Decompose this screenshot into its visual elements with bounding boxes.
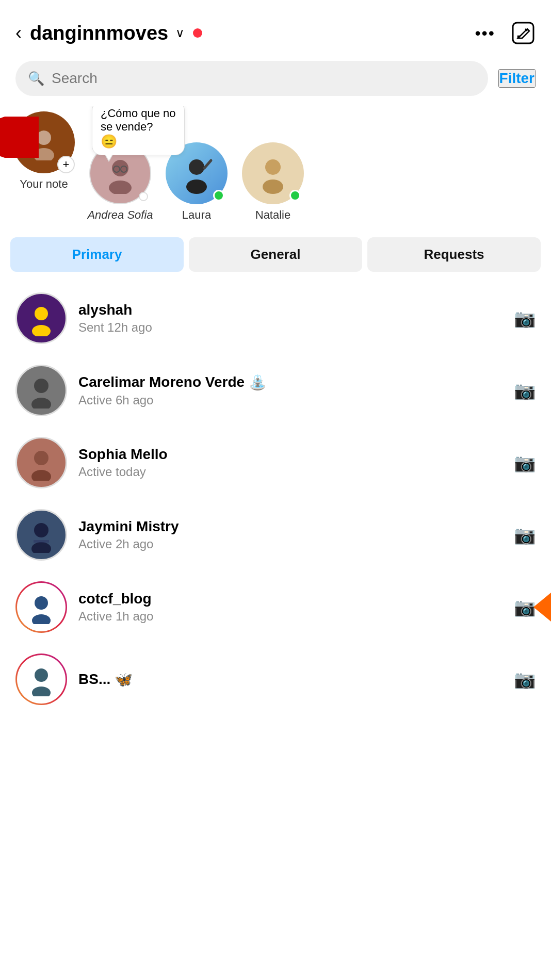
cotcf-info: cotcf_blog Active 1h ago (78, 591, 503, 624)
svg-point-12 (265, 159, 281, 175)
camera-icon-cotcf[interactable]: 📷 (514, 597, 536, 617)
search-bar[interactable]: 🔍 (15, 61, 488, 96)
jaymini-name: Jaymini Mistry (78, 518, 503, 535)
natalie-online-indicator (289, 190, 301, 201)
svg-point-19 (31, 470, 51, 481)
tab-requests[interactable]: Requests (367, 237, 541, 272)
inbox-tabs: Primary General Requests (0, 232, 551, 277)
last-partial-info: BS... 🦋 (78, 671, 503, 688)
story-label-andrea-sofia: Andrea Sofia (87, 208, 153, 222)
camera-icon-sophia[interactable]: 📷 (514, 452, 536, 473)
camera-icon-last[interactable]: 📷 (514, 669, 536, 690)
sophia-name: Sophia Mello (78, 446, 503, 463)
svg-point-15 (32, 325, 51, 336)
carelimar-avatar (15, 365, 67, 416)
svg-point-2 (34, 148, 54, 160)
camera-icon-carelimar[interactable]: 📷 (514, 380, 536, 401)
cotcf-status: Active 1h ago (78, 609, 503, 624)
cotcf-name: cotcf_blog (78, 591, 503, 607)
conversation-item-jaymini[interactable]: Jaymini Mistry Active 2h ago 📷 (0, 499, 551, 571)
story-label-laura: Laura (182, 208, 211, 222)
chevron-down-icon[interactable]: ∨ (175, 26, 185, 40)
svg-point-14 (35, 307, 48, 320)
tab-primary[interactable]: Primary (10, 237, 184, 272)
svg-point-26 (32, 687, 51, 696)
svg-point-1 (37, 130, 51, 145)
story-label-your-note: Your note (20, 177, 68, 191)
conversation-item-cotcf[interactable]: cotcf_blog Active 1h ago 📷 (0, 571, 551, 643)
orange-notification-triangle (533, 593, 551, 622)
last-partial-name: BS... 🦋 (78, 671, 503, 688)
conversation-item-carelimar[interactable]: Carelimar Moreno Verde ⛲ Active 6h ago 📷 (0, 354, 551, 427)
more-options-button[interactable]: ••• (475, 24, 495, 43)
svg-point-20 (34, 523, 48, 537)
svg-line-11 (204, 160, 211, 168)
svg-point-25 (35, 668, 48, 682)
carelimar-info: Carelimar Moreno Verde ⛲ Active 6h ago (78, 374, 503, 407)
back-button[interactable]: ‹ (15, 22, 22, 44)
conversation-list: alyshah Sent 12h ago 📷 Carelimar Moreno … (0, 277, 551, 721)
tab-general[interactable]: General (189, 237, 362, 272)
svg-rect-22 (34, 540, 49, 543)
carelimar-name: Carelimar Moreno Verde ⛲ (78, 374, 503, 391)
conversation-item-last-partial[interactable]: BS... 🦋 📷 (0, 643, 551, 715)
alyshah-avatar (15, 292, 67, 344)
sophia-info: Sophia Mello Active today (78, 446, 503, 479)
page-title: danginnmoves (30, 22, 168, 44)
live-indicator-dot (193, 28, 202, 38)
carelimar-status: Active 6h ago (78, 393, 503, 407)
laura-online-indicator (213, 190, 224, 201)
camera-icon-alyshah[interactable]: 📷 (514, 308, 536, 329)
search-icon: 🔍 (28, 71, 44, 87)
svg-point-17 (31, 398, 51, 409)
compose-button[interactable] (511, 21, 536, 45)
jaymini-status: Active 2h ago (78, 537, 503, 551)
carelimar-emoji: ⛲ (249, 374, 267, 391)
add-note-button[interactable]: + (57, 156, 75, 173)
svg-point-5 (109, 181, 132, 194)
andrea-note-bubble: ¿Cómo que nose vende?😑 (92, 106, 185, 155)
camera-icon-jaymini[interactable]: 📷 (514, 525, 536, 545)
last-emoji: 🦋 (115, 671, 133, 688)
svg-point-24 (32, 614, 51, 624)
andrea-note-dot (139, 192, 148, 201)
header: ‹ danginnmoves ∨ ••• (0, 0, 551, 56)
conversation-item-alyshah[interactable]: alyshah Sent 12h ago 📷 (0, 282, 551, 354)
last-partial-avatar (15, 654, 67, 705)
svg-point-18 (34, 451, 48, 465)
sophia-avatar (15, 437, 67, 488)
alyshah-status: Sent 12h ago (78, 320, 503, 335)
svg-point-16 (34, 379, 48, 393)
svg-point-23 (35, 596, 48, 610)
sophia-status: Active today (78, 465, 503, 479)
cotcf-avatar (15, 581, 67, 633)
svg-point-21 (31, 542, 51, 553)
filter-button[interactable]: Filter (498, 69, 536, 88)
story-item-your-note[interactable]: + Your note (10, 111, 77, 191)
story-item-natalie[interactable]: Natalie (239, 142, 306, 222)
story-label-natalie: Natalie (255, 208, 290, 222)
svg-point-4 (112, 160, 128, 176)
jaymini-info: Jaymini Mistry Active 2h ago (78, 518, 503, 551)
alyshah-info: alyshah Sent 12h ago (78, 302, 503, 335)
stories-row: + Your note ¿Cómo que nose vende?😑 (0, 106, 551, 232)
jaymini-avatar (15, 509, 67, 561)
conversation-item-sophia[interactable]: Sophia Mello Active today 📷 (0, 427, 551, 499)
search-section: 🔍 Filter (0, 56, 551, 106)
alyshah-name: alyshah (78, 302, 503, 318)
svg-point-13 (263, 179, 283, 194)
search-input[interactable] (52, 70, 476, 87)
story-item-andrea-sofia[interactable]: ¿Cómo que nose vende?😑 Andrea Sofia (87, 142, 154, 222)
svg-point-10 (186, 179, 207, 194)
svg-point-9 (189, 159, 204, 175)
